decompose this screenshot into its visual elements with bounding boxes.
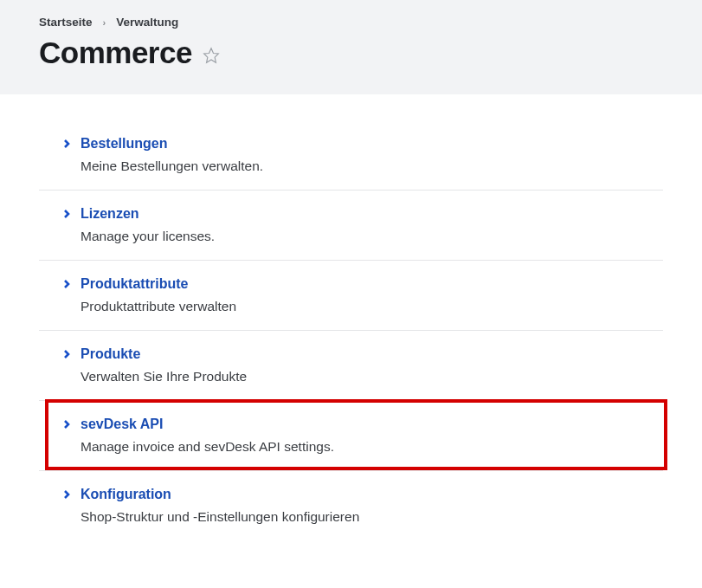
- highlight-indicator: [45, 399, 667, 470]
- title-row: Commerce: [39, 36, 663, 70]
- page-title: Commerce: [39, 36, 192, 70]
- nav-item-lizenzen: Lizenzen Manage your licenses.: [39, 191, 663, 261]
- nav-item-title[interactable]: Konfiguration: [81, 487, 171, 502]
- nav-item-desc: Produktattribute verwalten: [61, 299, 663, 314]
- content-list: Bestellungen Meine Bestellungen verwalte…: [0, 94, 702, 558]
- nav-item-bestellungen: Bestellungen Meine Bestellungen verwalte…: [39, 120, 663, 191]
- page-header: Startseite › Verwaltung Commerce: [0, 0, 702, 94]
- breadcrumb-home[interactable]: Startseite: [39, 16, 93, 29]
- chevron-right-icon: [61, 209, 72, 219]
- svg-marker-0: [204, 48, 219, 63]
- nav-item-produkte: Produkte Verwalten Sie Ihre Produkte: [39, 331, 663, 401]
- nav-item-sevdesk-api: sevDesk API Manage invoice and sevDesk A…: [39, 401, 663, 471]
- nav-item-produktattribute: Produktattribute Produktattribute verwal…: [39, 261, 663, 331]
- nav-item-title[interactable]: Produktattribute: [81, 276, 188, 292]
- breadcrumb-verwaltung[interactable]: Verwaltung: [116, 16, 178, 29]
- nav-item-title[interactable]: Bestellungen: [81, 136, 167, 152]
- breadcrumb: Startseite › Verwaltung: [39, 16, 663, 29]
- nav-item-desc: Meine Bestellungen verwalten.: [61, 158, 663, 174]
- nav-item-desc: Shop-Struktur und -Einstellungen konfigu…: [61, 509, 663, 525]
- star-icon[interactable]: [203, 47, 220, 64]
- chevron-right-icon: [61, 139, 72, 149]
- nav-item-title[interactable]: Lizenzen: [81, 206, 139, 222]
- nav-item-desc: Manage your licenses.: [61, 229, 663, 244]
- chevron-right-icon: [61, 279, 72, 289]
- chevron-right-icon: [61, 489, 72, 500]
- nav-item-title[interactable]: sevDesk API: [81, 417, 163, 432]
- chevron-right-icon: [61, 419, 72, 430]
- chevron-right-icon: ›: [103, 17, 106, 28]
- nav-item-konfiguration: Konfiguration Shop-Struktur und -Einstel…: [39, 471, 663, 540]
- nav-item-desc: Manage invoice and sevDesk API settings.: [61, 439, 663, 455]
- nav-item-title[interactable]: Produkte: [81, 346, 140, 362]
- chevron-right-icon: [61, 349, 72, 359]
- nav-item-desc: Verwalten Sie Ihre Produkte: [61, 369, 663, 384]
